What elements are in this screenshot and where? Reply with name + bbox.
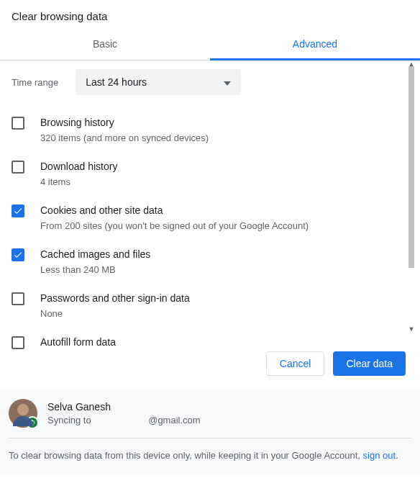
checkbox[interactable] bbox=[12, 204, 24, 217]
scrollbar-thumb[interactable] bbox=[408, 66, 414, 268]
option-row: Autofill form data bbox=[12, 335, 420, 349]
tab-advanced[interactable]: Advanced bbox=[210, 28, 420, 60]
checkbox[interactable] bbox=[12, 336, 24, 349]
option-row: Cached images and filesLess than 240 MB bbox=[12, 247, 420, 275]
option-title: Cookies and other site data bbox=[40, 203, 420, 217]
scrollbar[interactable]: ▲ ▼ bbox=[407, 63, 416, 330]
sync-badge-icon bbox=[26, 416, 39, 429]
option-subtitle: From 200 sites (you won't be signed out … bbox=[40, 220, 420, 231]
option-title: Autofill form data bbox=[40, 335, 420, 349]
option-row: Cookies and other site dataFrom 200 site… bbox=[12, 203, 420, 231]
option-subtitle: Less than 240 MB bbox=[40, 264, 420, 275]
checkbox[interactable] bbox=[12, 248, 24, 261]
options-list: Browsing history320 items (and more on s… bbox=[12, 115, 420, 349]
option-row: Browsing history320 items (and more on s… bbox=[12, 115, 420, 143]
account-sync-status: Syncing to @gmail.com bbox=[47, 415, 201, 426]
footer: Selva Ganesh Syncing to @gmail.com To cl… bbox=[0, 389, 420, 476]
time-range-select[interactable]: Last 24 hours bbox=[76, 69, 241, 95]
cancel-button[interactable]: Cancel bbox=[266, 351, 325, 376]
checkbox[interactable] bbox=[12, 161, 24, 174]
avatar bbox=[9, 399, 37, 428]
account-name: Selva Ganesh bbox=[47, 401, 201, 413]
checkbox[interactable] bbox=[12, 117, 24, 130]
option-title: Download history bbox=[40, 159, 420, 174]
scroll-area: Time range Last 24 hours Browsing histor… bbox=[0, 60, 420, 333]
option-title: Passwords and other sign-in data bbox=[40, 291, 420, 305]
chevron-down-icon bbox=[224, 76, 231, 88]
option-subtitle: 320 items (and more on synced devices) bbox=[40, 132, 420, 143]
option-title: Browsing history bbox=[40, 115, 420, 130]
footer-note: To clear browsing data from this device … bbox=[9, 449, 411, 463]
checkbox[interactable] bbox=[12, 292, 24, 305]
account-row: Selva Ganesh Syncing to @gmail.com bbox=[9, 399, 411, 428]
option-title: Cached images and files bbox=[40, 247, 420, 261]
tab-bar: Basic Advanced bbox=[0, 28, 420, 60]
option-row: Passwords and other sign-in dataNone bbox=[12, 291, 420, 319]
scroll-down-icon[interactable]: ▼ bbox=[407, 325, 416, 333]
time-range-row: Time range Last 24 hours bbox=[12, 69, 420, 95]
tab-basic[interactable]: Basic bbox=[0, 28, 210, 60]
clear-data-button[interactable]: Clear data bbox=[333, 351, 406, 376]
option-row: Download history4 items bbox=[12, 159, 420, 187]
dialog-title: Clear browsing data bbox=[0, 0, 420, 28]
option-subtitle: None bbox=[40, 308, 420, 319]
sign-out-link[interactable]: sign out bbox=[363, 450, 396, 461]
option-subtitle: 4 items bbox=[40, 176, 420, 187]
time-range-value: Last 24 hours bbox=[86, 76, 147, 88]
time-range-label: Time range bbox=[12, 77, 58, 88]
divider bbox=[9, 438, 411, 438]
